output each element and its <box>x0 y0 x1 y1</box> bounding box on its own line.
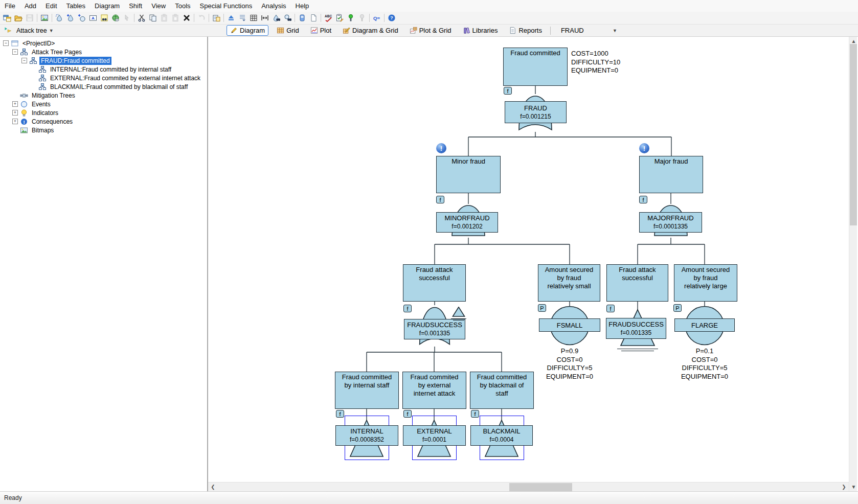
diagram-canvas[interactable]: Fraud committedMinor fraudMajor fraudFra… <box>208 37 849 482</box>
major-fraud-box[interactable]: Major fraud <box>639 156 703 193</box>
menu-diagram[interactable]: Diagram <box>90 1 124 11</box>
menu-analysis[interactable]: Analysis <box>257 1 290 11</box>
external-box[interactable]: Fraud commitedby externalinternet attack <box>402 372 466 409</box>
tree-item-indicators[interactable]: +Indicators <box>0 108 207 117</box>
tree-item-mitigation-trees[interactable]: Mitigation Trees <box>0 91 207 100</box>
tab-reports[interactable]: Reports <box>506 26 545 35</box>
scroll-left-icon[interactable]: ❮ <box>209 483 217 491</box>
tab-plot[interactable]: Plot <box>307 26 334 35</box>
tree-type-selector[interactable]: Attack tree ▼ <box>0 27 58 35</box>
horizontal-scroll-thumb[interactable] <box>509 483 572 491</box>
add-gate-icon[interactable] <box>65 13 76 24</box>
event-icon <box>20 100 28 108</box>
cut-icon[interactable] <box>136 13 147 24</box>
console-icon[interactable] <box>297 13 308 24</box>
tree-item-consequences[interactable]: +!Consequences <box>0 117 207 126</box>
majorfraud-gate-label[interactable]: MAJORFRAUDf=0.0001335 <box>639 212 702 233</box>
fraud-attack-successful-box-2[interactable]: Fraud attacksuccessful <box>606 264 668 302</box>
blackmail-box[interactable]: Fraud committedby blackmail ofstaff <box>470 372 534 409</box>
fraudsuccess-transfer-label[interactable]: FRAUDSUCCESSf=0.001335 <box>606 318 666 339</box>
paste-icon <box>159 13 170 24</box>
hyperlink-icon <box>111 14 120 22</box>
internal-box[interactable]: Fraud committedby internal staff <box>335 372 399 409</box>
fsmall-event-label[interactable]: FSMALL <box>539 318 600 332</box>
minorfraud-gate-label[interactable]: MINORFRAUDf=0.001202 <box>436 212 498 233</box>
collapse-minus-icon[interactable]: − <box>12 49 18 55</box>
menu-shift[interactable]: Shift <box>124 1 147 11</box>
tab-diagram[interactable]: Diagram <box>227 25 268 36</box>
find-event-icon[interactable] <box>282 13 293 24</box>
add-event-icon[interactable] <box>76 13 87 24</box>
fraudsuccess-gate-label[interactable]: FRAUDSUCCESSf=0.001335 <box>404 319 465 339</box>
collapse-minus-icon[interactable]: − <box>21 58 27 63</box>
scroll-down-icon[interactable]: ▼ <box>849 483 858 491</box>
fraud-committed-box[interactable]: Fraud committed <box>503 48 568 86</box>
menu-edit[interactable]: Edit <box>41 1 61 11</box>
paint-gate-icon[interactable] <box>54 13 65 24</box>
internal-transfer-label[interactable]: INTERNALf=0.0008352 <box>335 425 398 446</box>
menu-file[interactable]: File <box>0 1 20 11</box>
tree-spacer <box>12 127 18 133</box>
page-icon[interactable] <box>308 13 319 24</box>
probability-badge: P <box>538 304 546 312</box>
grid-table-icon[interactable] <box>248 13 259 24</box>
spelling-icon[interactable]: ABC <box>323 13 334 24</box>
vertical-scrollbar[interactable]: ▲ ▼ <box>849 37 857 491</box>
tree-item-attack-tree-pages[interactable]: −Attack Tree Pages <box>0 48 207 56</box>
fraud-attack-successful-box-1[interactable]: Fraud attacksuccessful <box>403 264 466 302</box>
tab-grid[interactable]: Grid <box>274 26 302 35</box>
tree-item-bitmaps[interactable]: Bitmaps <box>0 126 207 134</box>
text-box-icon[interactable]: A <box>87 13 99 24</box>
amount-small-box[interactable]: Amount securedby fraudrelatively small <box>538 264 600 302</box>
external-transfer-label[interactable]: EXTERNALf=0.0001 <box>403 425 466 446</box>
expand-plus-icon[interactable]: + <box>12 110 18 116</box>
project-tree-panel[interactable]: −<ProjectID>−Attack Tree Pages−FRAUD:Fra… <box>0 37 208 491</box>
vertical-scroll-thumb[interactable] <box>850 44 857 225</box>
toolbar-separator <box>209 14 209 22</box>
copy-icon[interactable] <box>147 13 159 24</box>
menu-add[interactable]: Add <box>20 1 41 11</box>
traffic-light-on-icon[interactable] <box>345 13 356 24</box>
tab-diagram-grid[interactable]: Diagram & Grid <box>340 26 401 35</box>
tree-item-projectid[interactable]: −<ProjectID> <box>0 39 207 48</box>
new-project-icon[interactable] <box>2 13 13 24</box>
eject-icon[interactable] <box>225 13 237 24</box>
open-icon[interactable] <box>13 13 24 24</box>
gate-name: FRAUDSUCCESS <box>608 320 664 329</box>
menu-special-functions[interactable]: Special Functions <box>195 1 257 11</box>
menu-view[interactable]: View <box>147 1 170 11</box>
collapse-icon[interactable] <box>237 13 248 24</box>
find-gate-icon[interactable] <box>270 13 282 24</box>
query-icon[interactable]: Q= <box>371 13 382 24</box>
menu-help[interactable]: Help <box>291 1 314 11</box>
expand-plus-icon[interactable]: + <box>12 119 18 124</box>
tree-item-fraud[interactable]: −FRAUD:Fraud committed <box>0 56 207 65</box>
tree-item-events[interactable]: +Events <box>0 100 207 108</box>
page-select-combo[interactable]: FRAUD▼ <box>559 26 619 35</box>
expand-plus-icon[interactable]: + <box>12 101 18 107</box>
tab-libraries[interactable]: Libraries <box>460 26 501 35</box>
amount-large-box[interactable]: Amount securedby fraudrelatively large <box>674 264 737 302</box>
blackmail-transfer-label[interactable]: BLACKMAILf=0.0004 <box>470 425 533 446</box>
tree-item-internal[interactable]: INTERNAL:Fraud committed by internal sta… <box>0 65 207 74</box>
find-note-icon[interactable] <box>99 13 110 24</box>
verify-icon[interactable] <box>334 13 345 24</box>
flarge-event-label[interactable]: FLARGE <box>674 318 735 332</box>
gate-name: FRAUD <box>524 104 547 112</box>
hyperlink-icon[interactable] <box>110 13 121 24</box>
collapse-minus-icon[interactable]: − <box>3 40 9 46</box>
delete-icon[interactable] <box>181 13 192 24</box>
tree-item-external[interactable]: EXTERNAL:Fraud commited by external inte… <box>0 74 207 82</box>
horizontal-scrollbar[interactable]: ❮ ❯ <box>208 482 849 491</box>
help-icon[interactable]: ? <box>386 13 397 24</box>
clipboard-copy-icon[interactable] <box>211 13 222 24</box>
fraud-gate-label[interactable]: FRAUDf=0.001215 <box>505 101 567 123</box>
fit-width-icon[interactable] <box>259 13 270 24</box>
menu-tables[interactable]: Tables <box>62 1 91 11</box>
tree-item-blackmail[interactable]: BLACKMAIL:Fraud committed by blackmail o… <box>0 82 207 91</box>
scroll-right-icon[interactable]: ❯ <box>840 483 848 491</box>
menu-tools[interactable]: Tools <box>170 1 195 11</box>
image-icon[interactable] <box>39 13 50 24</box>
minor-fraud-box[interactable]: Minor fraud <box>436 156 501 193</box>
tab-plot-grid[interactable]: Plot & Grid <box>407 26 455 35</box>
